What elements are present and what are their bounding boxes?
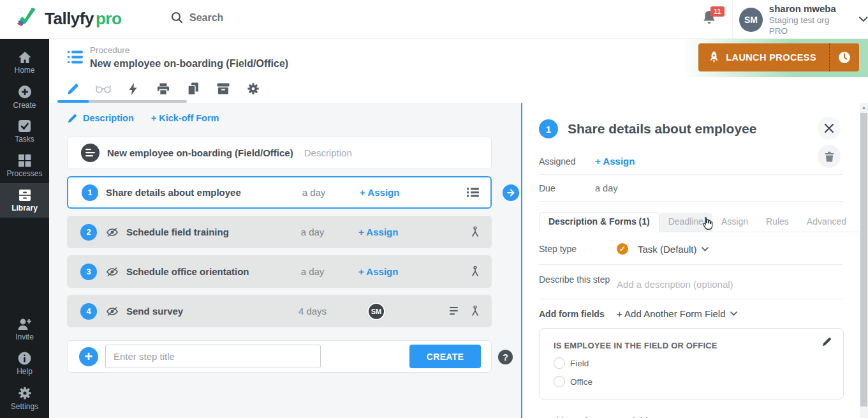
step-row-1[interactable]: 1 Share details about employee a day + A…: [67, 176, 492, 209]
panel-step-title: Share details about employee: [568, 121, 756, 137]
radio-circle[interactable]: [554, 357, 565, 369]
open-step-arrow-button[interactable]: [503, 184, 519, 201]
rocket-icon: [709, 51, 719, 64]
panel-assign-link[interactable]: + Assign: [595, 156, 635, 167]
clock-icon: [838, 51, 851, 64]
radio-label: Field: [570, 359, 589, 368]
add-form-field-link-label: + Add Another Form Field: [617, 308, 726, 319]
hidden-eye-slash-icon: [106, 227, 119, 237]
add-form-field-dropdown[interactable]: + Add Another Form Field: [617, 308, 737, 319]
step-type-value: Task (Default): [638, 244, 697, 255]
new-step-title-input[interactable]: [105, 345, 321, 368]
add-another-form-field-link[interactable]: + Add Another Form Field: [539, 415, 843, 418]
step-assign-link[interactable]: + Assign: [358, 266, 398, 277]
edit-field-pencil-icon[interactable]: [822, 337, 832, 347]
step-row-4[interactable]: 4 Send survey 4 days SM: [67, 295, 492, 327]
archive-button[interactable]: [208, 77, 238, 100]
step-type-select[interactable]: ✓ Task (Default): [617, 243, 709, 255]
tab-advanced[interactable]: Advanced: [798, 213, 855, 232]
top-bar: Tallyfy pro Search 11 SM sharon mweba St…: [0, 0, 868, 39]
template-card[interactable]: New employee on-boarding (Field/Office) …: [67, 137, 492, 169]
task-check-icon: [18, 119, 31, 133]
sidebar-item-settings[interactable]: Settings: [0, 381, 49, 415]
search-button[interactable]: Search: [171, 11, 223, 24]
launch-process-button[interactable]: LAUNCH PROCESS: [698, 43, 859, 71]
template-description-icon: [81, 144, 99, 162]
mouse-cursor-hand: [700, 216, 714, 232]
sidebar-item-tasks[interactable]: Tasks: [0, 114, 49, 149]
chevron-down-icon: [702, 247, 709, 251]
user-menu[interactable]: SM sharon mweba Staging test org PRO: [732, 0, 868, 39]
tab-rules[interactable]: Rules: [757, 213, 798, 232]
sidebar-item-help[interactable]: Help: [0, 347, 49, 381]
step-due[interactable]: a day: [284, 266, 341, 277]
editor-toolbar: [49, 77, 868, 103]
launch-schedule-button[interactable]: [829, 43, 859, 71]
glasses-icon: [96, 84, 111, 93]
step-due[interactable]: a day: [284, 227, 341, 237]
tab-assign[interactable]: Assign: [712, 213, 757, 232]
due-label: Due: [539, 183, 595, 193]
hidden-eye-slash-icon: [106, 267, 119, 277]
brand-name: Tallyfy: [45, 9, 94, 29]
search-label: Search: [189, 12, 223, 24]
step-title: Share details about employee: [106, 187, 241, 198]
radio-option-office[interactable]: Office: [554, 376, 829, 387]
due-value[interactable]: a day: [595, 183, 617, 193]
add-form-fields-label: Add form fields: [539, 309, 617, 319]
step-row-2[interactable]: 2 Schedule field training a day + Assign: [67, 216, 492, 248]
plus-circle-icon: [18, 85, 32, 99]
step-description-input[interactable]: Add a description (optional): [617, 273, 733, 290]
gear-icon: [247, 82, 260, 95]
step-row-3[interactable]: 3 Schedule office orientation a day + As…: [67, 255, 492, 288]
step-type-label: Step type: [539, 244, 617, 254]
print-button[interactable]: [148, 77, 178, 100]
duplicate-button[interactable]: [178, 77, 208, 100]
automations-button[interactable]: [118, 77, 148, 100]
add-step-button[interactable]: +: [79, 347, 98, 366]
radio-circle[interactable]: [554, 376, 565, 387]
scrollbar-up-arrow[interactable]: ▲: [860, 105, 868, 110]
launch-button-label: LAUNCH PROCESS: [726, 52, 816, 63]
sidebar-item-label: Create: [13, 101, 36, 110]
panel-step-number-badge: 1: [539, 119, 558, 138]
tallyfy-logo[interactable]: Tallyfy pro: [14, 5, 121, 32]
help-button[interactable]: ?: [498, 350, 513, 364]
gear-icon: [18, 386, 32, 400]
step-due[interactable]: 4 days: [284, 306, 341, 317]
copy-icon: [188, 82, 199, 95]
step-assign-link[interactable]: + Assign: [358, 227, 398, 237]
kickoff-form-link[interactable]: + Kick-off Form: [151, 113, 219, 123]
radio-option-field[interactable]: Field: [554, 357, 829, 369]
grid-icon: [18, 154, 31, 167]
notifications-button[interactable]: 11: [702, 9, 723, 31]
tab-description-forms[interactable]: Description & Forms (1): [539, 212, 659, 232]
step-due[interactable]: a day: [285, 187, 342, 198]
scrollbar-thumb[interactable]: [860, 113, 867, 407]
user-name: sharon mweba: [769, 3, 848, 15]
panel-scrollbar[interactable]: ▲: [860, 103, 868, 418]
step-assignee-avatar[interactable]: SM: [367, 302, 385, 320]
template-settings-button[interactable]: [238, 77, 268, 100]
step-title: Schedule office orientation: [126, 266, 249, 277]
user-avatar: SM: [739, 8, 763, 32]
sidebar-item-create[interactable]: Create: [0, 80, 49, 114]
user-org: Staging test org PRO: [769, 15, 848, 36]
sidebar-item-processes[interactable]: Processes: [0, 149, 49, 183]
close-panel-button[interactable]: [818, 117, 841, 140]
radio-label: Office: [570, 377, 592, 387]
logo-checkmark-icon: [14, 5, 41, 32]
description-link[interactable]: Description: [83, 113, 134, 123]
sidebar-item-label: Library: [11, 204, 38, 213]
notification-count-badge: 11: [710, 6, 725, 17]
task-check-icon: ✓: [617, 243, 628, 255]
step-assign-link[interactable]: + Assign: [360, 187, 399, 198]
sidebar-item-home[interactable]: Home: [0, 45, 49, 80]
create-step-button[interactable]: CREATE: [409, 345, 481, 368]
sidebar-item-library[interactable]: Library: [0, 183, 49, 218]
sidebar-item-invite[interactable]: Invite: [0, 312, 49, 347]
preview-mode-button[interactable]: [88, 77, 118, 100]
printer-icon: [157, 83, 170, 95]
delete-step-button[interactable]: [818, 145, 841, 168]
edit-mode-button[interactable]: [58, 77, 88, 100]
